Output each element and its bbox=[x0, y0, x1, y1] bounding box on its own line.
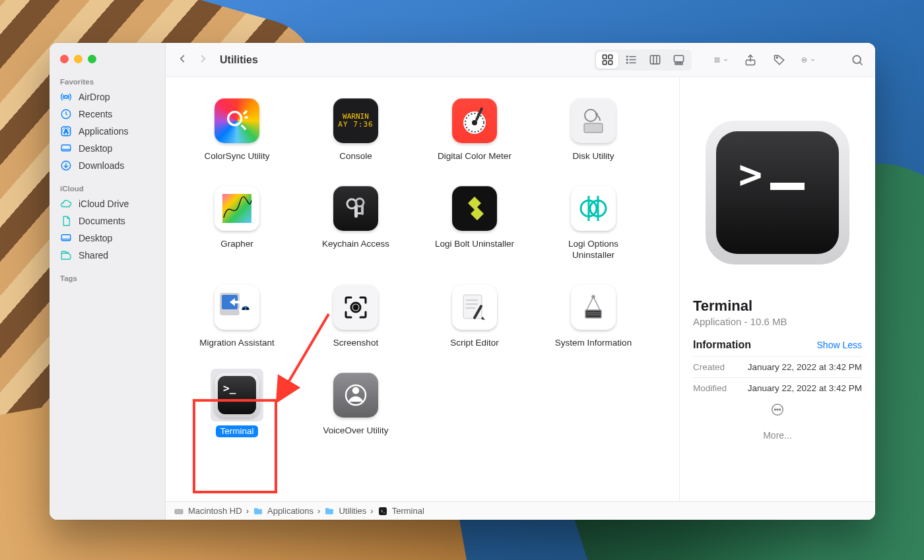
sidebar-item-applications[interactable]: AApplications bbox=[50, 123, 165, 140]
back-button[interactable] bbox=[176, 53, 188, 67]
file-item-screenshot[interactable]: Screenshot bbox=[296, 278, 415, 352]
app-icon bbox=[211, 182, 263, 235]
sidebar-item-desktop[interactable]: Desktop bbox=[50, 140, 165, 157]
svg-rect-29 bbox=[715, 60, 717, 62]
file-item-console[interactable]: WARNINAY 7:36Console bbox=[296, 92, 415, 165]
path-crumb[interactable]: Utilities bbox=[324, 506, 366, 516]
svg-point-18 bbox=[626, 59, 628, 61]
sidebar-item-documents[interactable]: Documents bbox=[50, 212, 165, 230]
svg-point-35 bbox=[804, 59, 805, 60]
sidebar-item-desktop[interactable]: Desktop bbox=[50, 230, 165, 247]
forward-button[interactable] bbox=[197, 53, 209, 67]
sidebar-item-recents[interactable]: Recents bbox=[50, 106, 165, 123]
path-crumb[interactable]: Applications bbox=[253, 506, 314, 516]
hdd-icon bbox=[174, 506, 184, 516]
chevron-right-icon: › bbox=[317, 506, 320, 516]
svg-rect-11 bbox=[609, 55, 612, 59]
svg-rect-30 bbox=[717, 60, 719, 62]
file-label: Console bbox=[339, 151, 372, 162]
sidebar-item-airdrop[interactable]: AirDrop bbox=[50, 88, 165, 106]
file-item-digital-color-meter[interactable]: Digital Color Meter bbox=[415, 92, 534, 165]
sidebar-item-label: Desktop bbox=[79, 143, 112, 154]
svg-point-19 bbox=[626, 62, 628, 63]
preview-app-icon: > bbox=[702, 117, 853, 271]
svg-text:A: A bbox=[64, 128, 69, 135]
airdrop-icon bbox=[60, 91, 72, 103]
sidebar-item-label: Shared bbox=[79, 250, 108, 261]
svg-point-34 bbox=[803, 59, 804, 60]
svg-point-42 bbox=[472, 120, 477, 125]
view-switcher bbox=[594, 49, 692, 71]
sidebar-section-title: Tags bbox=[50, 270, 165, 285]
view-columns-button[interactable] bbox=[644, 51, 666, 69]
path-crumb-label: Utilities bbox=[339, 506, 366, 516]
view-gallery-button[interactable] bbox=[667, 51, 690, 69]
svg-point-70 bbox=[592, 296, 595, 298]
view-list-button[interactable] bbox=[620, 51, 642, 69]
file-label: ColorSync Utility bbox=[204, 151, 269, 162]
file-label: Logi Bolt Uninstaller bbox=[435, 239, 514, 250]
svg-point-63 bbox=[354, 305, 358, 309]
file-item-system-information[interactable]: System Information bbox=[534, 278, 653, 352]
file-item-script-editor[interactable]: Script Editor bbox=[415, 278, 534, 352]
svg-point-74 bbox=[353, 388, 358, 393]
file-item-voiceover-utility[interactable]: VoiceOver Utility bbox=[296, 366, 415, 441]
svg-rect-13 bbox=[609, 61, 612, 65]
more-icon[interactable] bbox=[693, 402, 862, 417]
file-label: Disk Utility bbox=[573, 151, 614, 162]
file-item-logi-bolt-uninstaller[interactable]: Logi Bolt Uninstaller bbox=[415, 179, 534, 264]
actions-dropdown[interactable] bbox=[801, 53, 816, 67]
preview-info-key: Created bbox=[693, 362, 725, 372]
svg-point-60 bbox=[242, 307, 245, 310]
view-icons-button[interactable] bbox=[596, 51, 618, 69]
finder-window: FavoritesAirDropRecentsAApplicationsDesk… bbox=[50, 43, 875, 520]
sidebar-item-icloud-drive[interactable]: iCloud Drive bbox=[50, 195, 165, 212]
path-crumb[interactable]: Macintosh HD bbox=[174, 506, 242, 516]
file-item-migration-assistant[interactable]: Migration Assistant bbox=[178, 278, 296, 352]
share-button[interactable] bbox=[743, 53, 758, 67]
svg-rect-50 bbox=[358, 212, 361, 214]
file-item-grapher[interactable]: Grapher bbox=[178, 179, 296, 264]
minimize-button[interactable] bbox=[74, 55, 82, 63]
file-item-logi-options-uninstaller[interactable]: Logi Options Uninstaller bbox=[534, 179, 653, 264]
file-label: Logi Options Uninstaller bbox=[547, 239, 640, 261]
svg-rect-26 bbox=[680, 63, 682, 64]
icon-view-area[interactable]: ColorSync UtilityWARNINAY 7:36ConsoleDig… bbox=[166, 77, 679, 501]
shared-icon bbox=[60, 249, 72, 261]
folder-icon bbox=[253, 506, 263, 516]
file-item-colorsync-utility[interactable]: ColorSync Utility bbox=[178, 92, 296, 165]
chevron-right-icon: › bbox=[246, 506, 249, 516]
file-item-disk-utility[interactable]: Disk Utility bbox=[534, 92, 653, 165]
sidebar-section-title: iCloud bbox=[50, 181, 165, 195]
search-button[interactable] bbox=[850, 53, 865, 67]
sidebar-item-label: AirDrop bbox=[79, 92, 110, 102]
path-crumb-label: Macintosh HD bbox=[188, 506, 242, 516]
app-icon bbox=[448, 94, 501, 147]
close-button[interactable] bbox=[60, 55, 69, 63]
app-icon bbox=[567, 281, 620, 334]
app-icon: WARNINAY 7:36 bbox=[329, 94, 382, 147]
preview-more-label[interactable]: More... bbox=[693, 430, 862, 441]
svg-rect-69 bbox=[585, 310, 601, 318]
svg-rect-28 bbox=[717, 57, 719, 59]
file-label: System Information bbox=[555, 338, 632, 349]
app-icon bbox=[567, 94, 620, 147]
svg-text:>: > bbox=[739, 151, 762, 197]
clock-icon bbox=[60, 108, 72, 120]
preview-toggle-link[interactable]: Show Less bbox=[817, 340, 862, 350]
sidebar-item-shared[interactable]: Shared bbox=[50, 247, 165, 264]
svg-point-46 bbox=[595, 113, 598, 115]
svg-rect-8 bbox=[61, 235, 71, 241]
file-label: Keychain Access bbox=[322, 239, 389, 250]
file-label: Terminal bbox=[216, 425, 257, 438]
file-item-keychain-access[interactable]: Keychain Access bbox=[296, 179, 415, 264]
path-crumb[interactable]: >_Terminal bbox=[378, 506, 424, 516]
cloud-icon bbox=[60, 198, 72, 210]
tags-button[interactable] bbox=[772, 53, 787, 67]
sidebar-item-downloads[interactable]: Downloads bbox=[50, 157, 165, 174]
group-dropdown[interactable] bbox=[714, 53, 729, 67]
svg-line-38 bbox=[860, 62, 863, 65]
file-item-terminal[interactable]: >_Terminal bbox=[178, 366, 296, 441]
zoom-button[interactable] bbox=[88, 55, 96, 63]
sidebar-item-label: Downloads bbox=[79, 160, 124, 171]
